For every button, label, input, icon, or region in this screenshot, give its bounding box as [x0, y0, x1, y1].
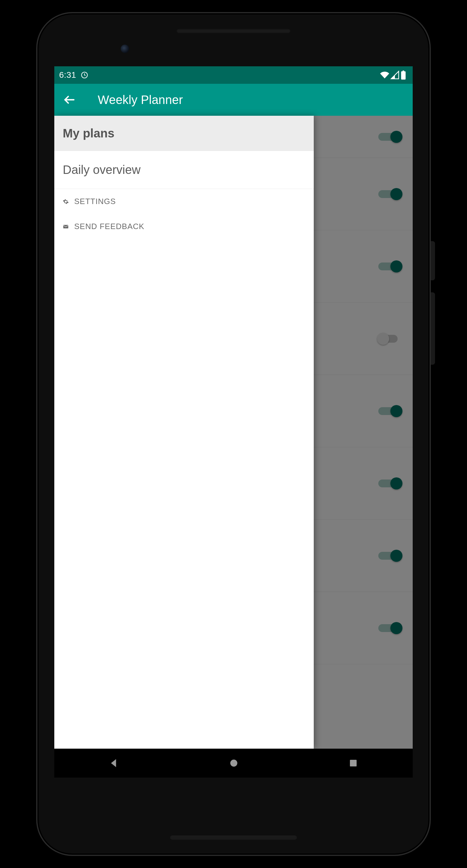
nav-recent-button[interactable]: [348, 757, 359, 769]
svg-rect-5: [350, 760, 357, 767]
navigation-drawer: My plans Daily overview SETTINGS SEND FE…: [54, 116, 314, 749]
back-arrow-icon[interactable]: [63, 93, 76, 106]
status-bar: 6:31: [54, 66, 413, 84]
nav-home-button[interactable]: [228, 757, 240, 769]
svg-rect-2: [403, 70, 404, 72]
drawer-item-label: Daily overview: [63, 163, 141, 176]
phone-side-button: [431, 241, 435, 280]
drawer-item-settings[interactable]: SETTINGS: [54, 189, 314, 214]
clock-icon: [81, 71, 88, 79]
battery-icon: [401, 70, 406, 80]
cellular-icon: [390, 70, 400, 80]
drawer-item-label: SEND FEEDBACK: [74, 222, 145, 231]
nav-back-button[interactable]: [108, 757, 120, 769]
svg-rect-1: [401, 71, 406, 80]
status-time: 6:31: [59, 70, 76, 80]
android-nav-bar: [54, 749, 413, 778]
mail-icon: [63, 224, 69, 230]
wifi-icon: [380, 70, 389, 80]
drawer-header: My plans: [54, 116, 314, 151]
drawer-item-send-feedback[interactable]: SEND FEEDBACK: [54, 214, 314, 239]
svg-rect-3: [63, 225, 68, 228]
phone-camera: [121, 44, 129, 53]
app-title: Weekly Planner: [98, 93, 183, 107]
drawer-item-daily-overview[interactable]: Daily overview: [54, 151, 314, 189]
status-left: 6:31: [59, 70, 88, 80]
drawer-header-title: My plans: [63, 127, 305, 140]
svg-point-4: [230, 760, 237, 767]
phone-bottom-speaker: [170, 835, 297, 840]
screen: 6:31: [54, 66, 413, 778]
drawer-item-label: SETTINGS: [74, 197, 116, 206]
phone-frame: 6:31: [36, 12, 431, 856]
phone-speaker: [176, 29, 291, 33]
status-right: [380, 70, 406, 80]
gear-icon: [63, 198, 69, 205]
app-bar: Weekly Planner: [54, 84, 413, 116]
phone-volume-button: [431, 292, 435, 365]
